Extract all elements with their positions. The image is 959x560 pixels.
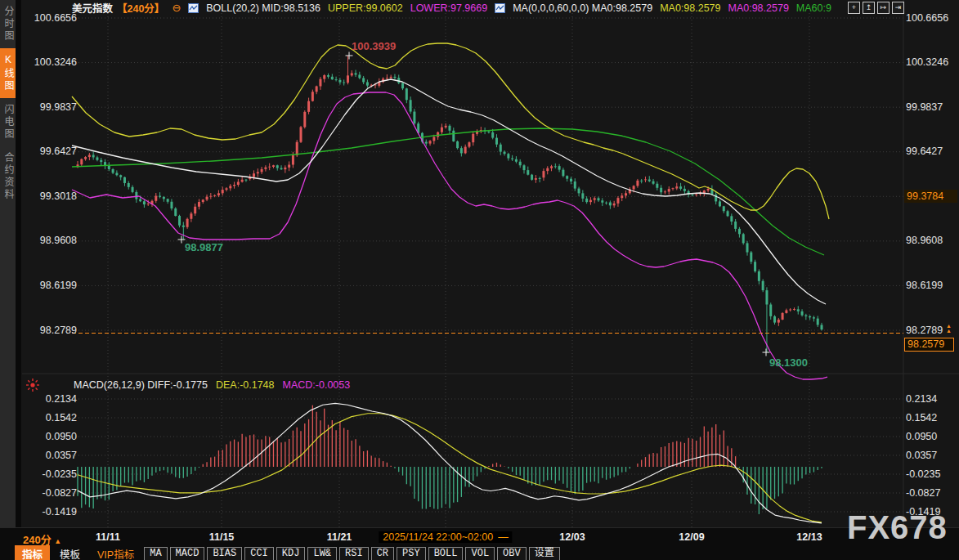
symbol-name: 美元指数 <box>72 0 113 16</box>
macd-dea-value: DEA:-0.1748 <box>216 379 275 391</box>
chart-canvas[interactable] <box>0 0 959 560</box>
indicator-button-lw&[interactable]: LW& <box>307 547 337 560</box>
price-label-left: 99.6427 <box>25 146 77 158</box>
macd-header: MACD(26,12,9) DIFF:-0.1775 DEA:-0.1748 M… <box>74 379 350 391</box>
price-label-left: 100.3246 <box>25 56 77 69</box>
collapse-icon[interactable]: ⊖ <box>172 2 181 14</box>
scale-up-icon[interactable]: ↥ <box>863 2 875 14</box>
time-tick: 12/03 <box>559 531 585 543</box>
price-label-left: 98.9608 <box>25 235 77 247</box>
ma-values: MA(0,0,0,60,0,0) MA0:98.2579 <box>513 2 652 14</box>
macd-value: MACD:-0.0053 <box>283 379 351 391</box>
macd-label-right: 0.2134 <box>906 393 959 405</box>
indicator-button-obv[interactable]: OBV <box>497 547 527 560</box>
crosshair-icon[interactable]: + <box>848 2 860 14</box>
indicator-button-macd[interactable]: MACD <box>170 547 205 560</box>
macd-label-left: -0.1419 <box>25 506 77 518</box>
time-tick: 12/13 <box>796 531 822 543</box>
price-label-right: 99.9837 <box>906 101 959 114</box>
period-label: 240分 <box>23 534 52 546</box>
macd-label-right: -0.0235 <box>906 468 959 481</box>
macd-label-left: 0.0357 <box>25 450 77 462</box>
chart-toolbar-icons: +↥↦⇥ <box>848 2 904 14</box>
sidebar-tab-3[interactable]: 闪电图 <box>0 98 16 146</box>
indicator-button-rsi[interactable]: RSI <box>339 547 369 560</box>
indicator-button-bias[interactable]: BIAS <box>207 547 242 560</box>
annotation-high: 100.3939 <box>352 40 396 52</box>
price-label-right: 100.3246 <box>906 56 959 69</box>
price-alert-icon[interactable]: ▲▲ <box>946 324 952 334</box>
sidebar-divider <box>16 0 21 527</box>
macd-label-right: 0.0950 <box>906 431 959 443</box>
boll-lower-value: LOWER:97.9669 <box>410 2 488 14</box>
indicator-alert-icon[interactable] <box>25 378 40 392</box>
price-label-left: 98.2789 <box>25 325 77 337</box>
macd-label-right: 0.0357 <box>906 450 959 462</box>
price-label-right: 99.6427 <box>906 146 959 158</box>
last-price-badge: 98.2579 <box>904 338 954 352</box>
price-label-right: 98.6199 <box>906 280 959 292</box>
indicator-button-kdj[interactable]: KDJ <box>276 547 306 560</box>
indicator-toolbar: 指标模板VIP指标MAMACDBIASCCIKDJLW&RSICRPSYBOLL… <box>15 545 560 560</box>
boll-upper-value: UPPER:99.0602 <box>328 2 403 14</box>
time-tick: 11/21 <box>327 531 352 543</box>
chart-header: 美元指数 【240分】 ⊖ BOLL(20,2) MID:98.5136 UPP… <box>72 2 831 14</box>
sidebar-tab-2[interactable]: K线图 <box>0 48 16 98</box>
boll-values: BOLL(20,2) MID:98.5136 <box>206 2 320 14</box>
macd-label-left: 0.1542 <box>25 412 77 424</box>
sidebar-tab-1[interactable]: 分时图 <box>0 0 16 48</box>
time-tick: 11/15 <box>209 531 235 543</box>
indicator-button-cci[interactable]: CCI <box>244 547 274 560</box>
scale-right-icon[interactable]: ↦ <box>877 2 890 14</box>
ma0-magenta-value: MA0:98.2579 <box>728 2 788 14</box>
boll-chart-icon[interactable] <box>188 3 199 13</box>
time-tick: 11/11 <box>96 531 120 543</box>
time-range-badge[interactable]: 2025/11/24 22:00~02:00— <box>379 531 512 543</box>
time-tick: 12/09 <box>679 531 704 543</box>
pane-detach-icon[interactable]: ⇥ <box>892 2 904 14</box>
macd-label-left: 0.0950 <box>25 431 77 443</box>
price-marker-badge: 99.3784 <box>904 190 957 203</box>
price-label-left: 98.6199 <box>25 280 77 292</box>
watermark: FX678 <box>847 509 948 546</box>
indicator-button-vol[interactable]: VOL <box>465 547 495 560</box>
period-badge: 【240分】 <box>117 0 164 16</box>
ma0-yellow-value: MA0:98.2579 <box>660 2 720 14</box>
toolbar-tab-2[interactable]: 模板 <box>52 545 87 560</box>
indicator-button-boll[interactable]: BOLL <box>428 547 464 560</box>
ma60-value: MA60:9 <box>796 2 831 14</box>
price-label-right: 100.6656 <box>906 12 959 25</box>
sidebar-tab-4[interactable]: 合约资料 <box>0 146 16 207</box>
period-arrow-icon: ▲ <box>54 537 61 545</box>
price-label-left: 100.6656 <box>25 12 77 25</box>
annotation-low-mid: 98.9877 <box>185 241 223 253</box>
price-label-right: 98.9608 <box>906 235 959 247</box>
trading-app: 分时图K线图闪电图合约资料 美元指数 【240分】 ⊖ BOLL(20,2) M… <box>0 0 959 560</box>
annotation-low-end: 98.1300 <box>769 356 808 369</box>
macd-label-right: 0.1542 <box>906 412 959 424</box>
macd-label-left: -0.0827 <box>25 487 77 500</box>
indicator-button-设置[interactable]: 设置 <box>529 547 560 560</box>
range-dash-icon: — <box>498 531 509 543</box>
price-label-left: 99.9837 <box>25 101 77 114</box>
indicator-button-psy[interactable]: PSY <box>397 547 426 560</box>
macd-label-left: -0.0235 <box>25 468 77 481</box>
toolbar-tab-3[interactable]: VIP指标 <box>90 545 141 560</box>
sidebar: 分时图K线图闪电图合约资料 <box>0 0 16 527</box>
toolbar-tab-1[interactable]: 指标 <box>15 545 50 560</box>
macd-label-right: -0.0827 <box>906 487 959 500</box>
indicator-button-cr[interactable]: CR <box>371 547 394 560</box>
macd-label-left: 0.2134 <box>25 393 77 405</box>
ma-chart-icon[interactable] <box>495 3 505 13</box>
macd-title: MACD(26,12,9) DIFF:-0.1775 <box>74 379 208 391</box>
indicator-button-ma[interactable]: MA <box>144 547 167 560</box>
price-label-left: 99.3018 <box>25 190 77 203</box>
